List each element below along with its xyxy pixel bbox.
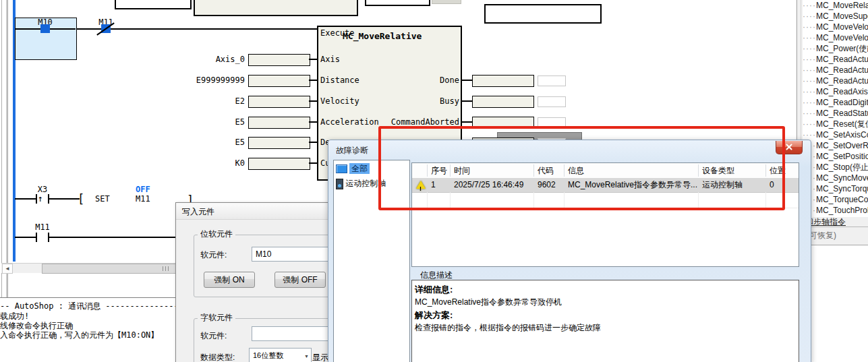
tree-item[interactable]: ····MC_ReadActual: [803, 76, 868, 86]
data-type-value: 16位整数: [253, 351, 283, 359]
tree-item[interactable]: ····MC_ReadAxisEr: [803, 86, 868, 97]
block-fragment: [194, 0, 358, 16]
fb-in-box[interactable]: [248, 96, 310, 108]
fault-dialog-title: 故障诊断: [336, 145, 368, 156]
fb-out-box[interactable]: [472, 96, 534, 108]
force-on-button[interactable]: 强制 ON: [204, 272, 255, 288]
data-type-combobox[interactable]: 16位整数 ▼: [249, 348, 312, 362]
block-fragment: [365, 0, 430, 6]
fb-in-box[interactable]: [248, 75, 310, 87]
solution-text: 检查报错的指令，根据指令的报错码进一步确定故障: [415, 322, 601, 334]
chevron-down-icon[interactable]: ▼: [304, 350, 309, 362]
fb-title: MC_MoveRelative: [343, 31, 422, 41]
fb-out-monitor: [538, 76, 566, 86]
detail-label: 详细信息:: [415, 284, 453, 296]
word-device-input[interactable]: [252, 326, 335, 341]
rising-edge-icon: ↑: [38, 193, 43, 204]
panel-box: [807, 245, 868, 362]
rung2-wire: [15, 198, 36, 200]
detail-text: MC_MoveRelative指令参数异常导致停机: [415, 297, 562, 308]
rung2-wire: [49, 198, 80, 200]
fb-out-pin: Done: [378, 76, 459, 85]
tree-item[interactable]: ····MC_MoveSuper: [803, 11, 868, 22]
scroll-left-arrow[interactable]: ◄: [2, 264, 13, 274]
tree-item[interactable]: ····MC_ReadDigital: [803, 97, 868, 108]
pin-stub: [462, 121, 472, 123]
fb-in-operand: E2: [169, 96, 245, 106]
tree-item[interactable]: ····MC_SetAxisCon: [803, 129, 868, 140]
fb-out-box[interactable]: [472, 75, 534, 87]
display-format-label: 显示: [312, 352, 328, 362]
tree-item[interactable]: ····MC_SetPosition: [803, 151, 868, 162]
fb-in-operand: E999999999: [169, 76, 245, 85]
axis-device-icon: [336, 179, 343, 189]
set-state: OFF: [136, 185, 150, 194]
rung3-wire: [15, 237, 36, 238]
tree-item[interactable]: ····MC_Power(使能: [803, 43, 868, 54]
tree-item[interactable]: ····MC_SyncMoveV: [803, 173, 868, 183]
splitter-line[interactable]: [1, 0, 2, 297]
tree-item[interactable]: ····MC_ReadActual: [803, 54, 868, 65]
scroll-thumb[interactable]: [42, 264, 178, 274]
data-type-label: 数据类型:: [200, 352, 235, 362]
fb-in-box[interactable]: [248, 158, 310, 170]
splitter-line[interactable]: [6, 0, 8, 297]
annotation-rectangle: [378, 126, 785, 210]
fb-in-box[interactable]: [248, 117, 310, 129]
block-fragment: [484, 4, 602, 24]
nav-item-all[interactable]: 全部: [336, 163, 370, 175]
tree-item[interactable]: ····MC_SetOverRid: [803, 140, 868, 151]
bit-device-label: 软元件:: [200, 249, 227, 261]
fb-out-pin: CommandAborted: [378, 117, 459, 127]
write-device-dialog[interactable]: 写入元件 位软元件 软元件: M10 强制 ON 强制 OFF 字软元件 软元件…: [175, 202, 332, 362]
bit-device-input[interactable]: M10: [252, 247, 335, 262]
fb-in-box[interactable]: [248, 137, 310, 149]
tree-item[interactable]: ····MC_MoveVeloci: [803, 32, 868, 43]
fb-out-monitor: [538, 96, 566, 107]
rung3-wire: [49, 237, 177, 238]
bit-device-group-label: 位软元件: [198, 230, 235, 239]
pin-stub: [309, 142, 317, 143]
force-off-button[interactable]: 强制 OFF: [274, 272, 326, 288]
tree-item[interactable]: ····MC_Reset(复位: [803, 119, 868, 129]
fb-in-operand: E5: [169, 117, 245, 127]
pin-stub: [309, 121, 317, 123]
fb-in-operand: E5: [169, 138, 245, 147]
tree-item[interactable]: ····MC_TorqueCon: [803, 194, 868, 205]
fb-out-pin: Busy: [378, 96, 459, 106]
fb-in-pin: Velocity: [320, 96, 359, 106]
tree-item[interactable]: ····MC_SyncTorque: [803, 183, 868, 194]
message-panel: -- AutoShop : 通讯消息 ---------------------…: [0, 297, 177, 362]
word-device-label: 软元件:: [200, 330, 227, 342]
monitor-icon: [336, 164, 347, 173]
solution-label: 解决方案:: [415, 309, 453, 322]
h-scrollbar[interactable]: ◄: [1, 263, 177, 273]
fb-in-operand: K0: [169, 158, 245, 168]
contact-x3[interactable]: [36, 194, 37, 204]
word-device-group-label: 字软元件: [198, 313, 235, 322]
pin-stub: [309, 80, 317, 81]
set-open-bracket: [: [78, 192, 84, 206]
block-fragment: [115, 0, 192, 9]
tree-item[interactable]: ····MC_MoveRelati: [803, 0, 868, 11]
contact-m10[interactable]: [40, 24, 50, 33]
message-line: 入命令执行正确，写入的元件为【M10:ON】: [0, 330, 158, 341]
fb-in-pin: Distance: [320, 76, 359, 85]
tree-item[interactable]: ····MC_MoveVeloci: [803, 22, 868, 32]
bit-device-group: [194, 235, 330, 297]
tree-list: ····MC_MoveRelati ····MC_MoveSuper ····M…: [803, 0, 868, 217]
set-operand[interactable]: M11: [136, 194, 150, 204]
nav-item-label: 全部: [349, 163, 370, 174]
contact-m11[interactable]: [36, 233, 37, 242]
description-box: 详细信息: MC_MoveRelative指令参数异常导致停机 解决方案: 检查…: [411, 280, 799, 362]
contact-m11-label: M11: [30, 222, 55, 232]
tree-item[interactable]: ····MC_TouchProbe: [803, 205, 868, 216]
tree-item[interactable]: ····MC_ReadActual: [803, 65, 868, 76]
write-dialog-titlebar[interactable]: 写入元件: [176, 203, 331, 220]
fb-in-box[interactable]: [248, 54, 310, 66]
set-op[interactable]: SET: [95, 194, 110, 204]
tree-item[interactable]: ····MC_Stop(停止: [803, 162, 868, 173]
pin-stub: [462, 80, 472, 81]
block-fragment: [432, 0, 461, 4]
tree-item[interactable]: ····MC_ReadStatus: [803, 108, 868, 119]
